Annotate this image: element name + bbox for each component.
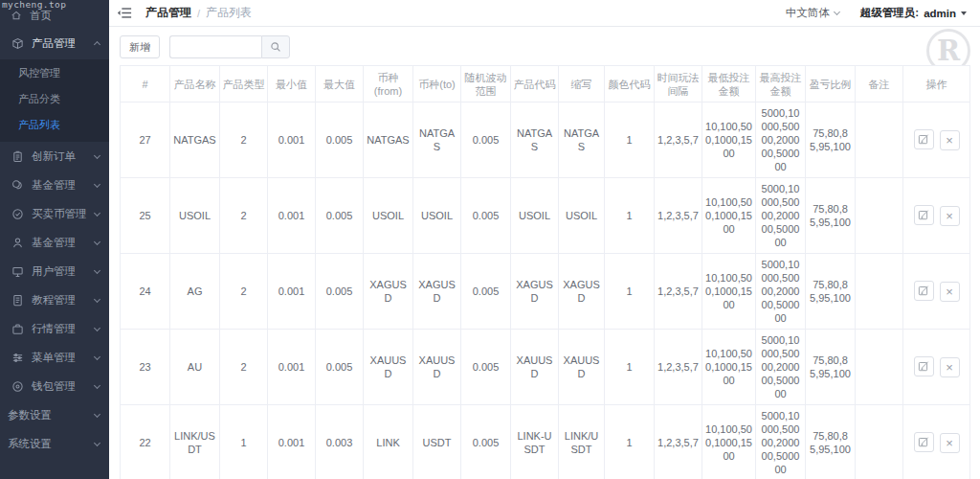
table-cell: 23 <box>121 330 170 405</box>
table-cell: 1 <box>605 254 655 330</box>
table-cell <box>856 330 903 405</box>
breadcrumb-root[interactable]: 产品管理 <box>145 5 191 21</box>
column-header: 缩写 <box>559 66 605 103</box>
sidebar-item[interactable]: 基金管理 <box>0 171 109 199</box>
close-icon: × <box>946 134 953 147</box>
table-cell: 5000,10000,50000,200000,500000 <box>756 103 806 178</box>
sidebar-item[interactable]: 买卖币管理 <box>0 199 109 228</box>
operations-cell: × <box>903 405 970 479</box>
column-header: 最大值 <box>316 66 364 103</box>
edit-button[interactable] <box>914 432 934 452</box>
table-cell: 0.005 <box>461 330 511 405</box>
sidebar-item[interactable]: 创新订单 <box>0 142 109 171</box>
table-cell: LINK-USDT <box>511 405 559 479</box>
chevron-down-icon <box>94 266 100 273</box>
briefcase-icon <box>11 322 24 335</box>
table-cell: 75,80,85,95,100 <box>806 178 856 254</box>
table-cell: 75,80,85,95,100 <box>806 330 856 405</box>
column-header: # <box>121 66 170 103</box>
edit-button[interactable] <box>914 129 934 149</box>
add-button[interactable]: 新增 <box>120 35 160 58</box>
table-cell: USOIL <box>413 178 461 254</box>
table-cell: 5000,10000,50000,200000,500000 <box>756 178 806 254</box>
column-header: 操作 <box>903 66 970 103</box>
sidebar-item-label: 行情管理 <box>32 322 76 336</box>
chevron-down-icon <box>94 410 100 417</box>
search-input[interactable] <box>169 35 261 58</box>
breadcrumb-separator: / <box>197 8 200 19</box>
table-cell: 0.005 <box>316 254 364 330</box>
sidebar-toggle-button[interactable] <box>117 7 132 19</box>
table-cell: NATGAS <box>364 103 413 178</box>
search-button[interactable] <box>261 35 290 58</box>
sidebar-item[interactable]: 菜单管理 <box>0 343 109 372</box>
table-cell: 10,100,500,1000,1500 <box>702 330 756 405</box>
table-cell: 0.005 <box>461 254 511 330</box>
table-cell: 1,2,3,5,7 <box>655 254 702 330</box>
sidebar-item-label: 基金管理 <box>32 236 76 250</box>
table-cell: 5000,10000,50000,200000,500000 <box>756 254 806 330</box>
sidebar-item[interactable]: 行情管理 <box>0 314 109 343</box>
chevron-down-icon <box>94 381 100 388</box>
chevron-up-icon <box>94 41 100 48</box>
sidebar-item-expandable[interactable]: 产品管理 <box>0 27 109 59</box>
sidebar: mycheng.top 首页 产品管理风控管理产品分类产品列表创新订单基金管理买… <box>0 0 109 479</box>
delete-button[interactable]: × <box>940 130 960 150</box>
column-header: 颜色代码 <box>605 66 655 103</box>
table-row: 25USOIL20.0010.005USOILUSOIL0.005USOILUS… <box>121 178 970 254</box>
top-header-bar: 产品管理 / 产品列表 中文简体 超级管理员: admin <box>109 0 980 27</box>
table-cell: 2 <box>220 330 268 405</box>
sidebar-item[interactable]: 参数设置 <box>0 400 109 429</box>
table-cell: 0.003 <box>316 405 364 479</box>
sidebar-item[interactable]: 用户管理 <box>0 257 109 285</box>
table-cell <box>856 254 903 330</box>
close-icon: × <box>946 285 953 298</box>
delete-button[interactable]: × <box>940 357 960 377</box>
table-cell: 10,100,500,1000,1500 <box>702 254 756 330</box>
table-cell: 1 <box>220 405 268 479</box>
table-cell: 1 <box>605 330 655 405</box>
user-role-label: 超级管理员: <box>860 6 919 20</box>
table-cell: 0.005 <box>316 103 364 178</box>
sidebar-subitem[interactable]: 产品分类 <box>0 86 109 112</box>
edit-button[interactable] <box>914 205 934 225</box>
sidebar-item[interactable]: 教程管理 <box>0 285 109 314</box>
table-cell: XAUUSD <box>413 330 461 405</box>
sidebar-subitem-active[interactable]: 产品列表 <box>0 112 109 138</box>
search-group <box>169 35 290 58</box>
table-cell: 1,2,3,5,7 <box>655 103 702 178</box>
sidebar-menu: 产品管理风控管理产品分类产品列表创新订单基金管理买卖币管理基金管理用户管理教程管… <box>0 27 109 458</box>
edit-icon <box>918 436 929 447</box>
table-cell: NATGAS <box>413 103 461 178</box>
sidebar-item-label: 用户管理 <box>32 264 76 279</box>
chevron-down-icon <box>94 353 100 359</box>
exchange-icon <box>11 207 24 220</box>
breadcrumb-current: 产品列表 <box>206 5 252 21</box>
language-switcher[interactable]: 中文简体 <box>786 6 839 20</box>
table-cell: 75,80,85,95,100 <box>806 405 856 479</box>
chevron-down-icon <box>94 295 100 302</box>
sidebar-submenu: 风控管理产品分类产品列表 <box>0 59 109 142</box>
table-cell: 0.001 <box>268 330 316 405</box>
table-cell <box>856 405 903 479</box>
delete-button[interactable]: × <box>940 433 960 453</box>
table-cell: LINK <box>364 405 413 479</box>
table-cell: 1,2,3,5,7 <box>655 330 702 405</box>
sidebar-subitem[interactable]: 风控管理 <box>0 60 109 86</box>
table-row: 22LINK/USDT10.0010.003LINKUSDT0.005LINK-… <box>121 405 970 479</box>
edit-button[interactable] <box>914 281 934 301</box>
table-cell: 24 <box>121 254 170 330</box>
username: admin <box>924 8 956 19</box>
delete-button[interactable]: × <box>940 282 960 302</box>
table-cell: 5000,10000,50000,200000,500000 <box>756 330 806 405</box>
user-menu[interactable]: 超级管理员: admin <box>860 6 967 20</box>
sidebar-item[interactable]: 系统设置 <box>0 429 109 458</box>
sidebar-item[interactable]: 钱包管理 <box>0 372 109 400</box>
table-cell: XAGUSD <box>364 254 413 330</box>
sidebar-item-label: 系统设置 <box>8 437 52 451</box>
table-cell: 1 <box>605 405 655 479</box>
main-area: 产品管理 / 产品列表 中文简体 超级管理员: admin R 新增 # <box>109 0 980 479</box>
edit-button[interactable] <box>914 356 934 376</box>
delete-button[interactable]: × <box>940 206 960 226</box>
sidebar-item[interactable]: 基金管理 <box>0 228 109 257</box>
